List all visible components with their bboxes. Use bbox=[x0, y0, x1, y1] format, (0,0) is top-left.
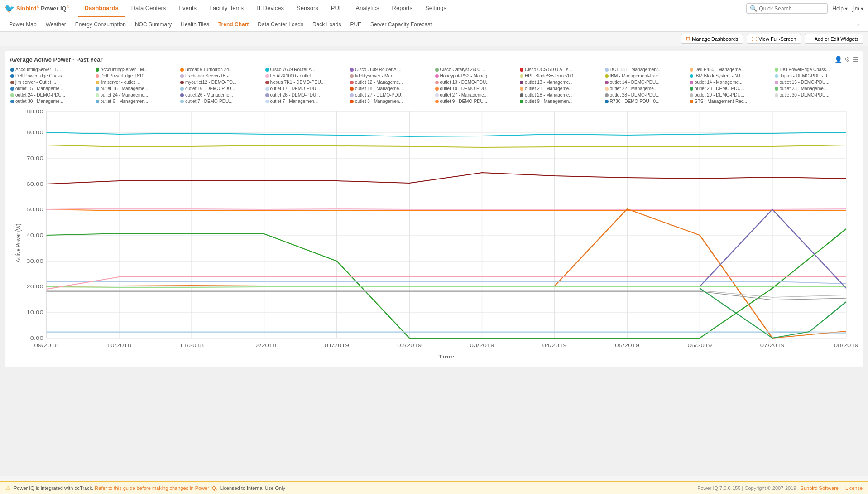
legend-item[interactable]: AccountingServer - D... bbox=[10, 67, 95, 73]
legend-item[interactable]: Dell PowerEdge Chass... bbox=[10, 73, 95, 79]
nav-it-devices[interactable]: IT Devices bbox=[250, 0, 290, 17]
legend-item[interactable]: outlet 12 - Manageme... bbox=[349, 79, 434, 85]
legend-item[interactable]: Cisco 7609 Router A ... bbox=[264, 67, 350, 73]
legend-item[interactable]: outlet 8 - Managemen... bbox=[349, 98, 434, 104]
subnav-arrow[interactable]: › bbox=[853, 21, 863, 28]
legend-item[interactable]: IBM BladeSystem - NJ... bbox=[689, 73, 774, 79]
add-edit-widgets-button[interactable]: + Add or Edit Widgets bbox=[805, 34, 863, 44]
legend-item[interactable]: ExchangeServer-1B -... bbox=[179, 73, 264, 79]
legend-item[interactable]: Dell PowerEdge T610 ... bbox=[95, 73, 180, 79]
legend-item[interactable]: outlet 22 - Manageme... bbox=[604, 86, 689, 92]
legend-item[interactable]: AccountingServer - M... bbox=[95, 67, 180, 73]
subnav-data-center-loads[interactable]: Data Center Loads bbox=[253, 17, 308, 32]
legend-item[interactable]: outlet 15 - DEMO-PDU... bbox=[774, 79, 859, 85]
legend-item[interactable]: Cisco 7609 Router A ... bbox=[349, 67, 434, 73]
legend-item[interactable]: IBM - Management-Rac... bbox=[604, 73, 689, 79]
legend-item[interactable]: outlet 27 - Manageme... bbox=[434, 92, 519, 98]
legend-item[interactable]: Brocade TurboIron 24... bbox=[179, 67, 264, 73]
legend-item[interactable]: outlet 13 - DEMO-PDU... bbox=[434, 79, 519, 85]
subnav-energy-consumption[interactable]: Energy Consumption bbox=[71, 17, 130, 32]
subnav-health-tiles[interactable]: Health Tiles bbox=[176, 17, 214, 32]
nav-data-centers[interactable]: Data Centers bbox=[125, 0, 173, 17]
legend-item[interactable]: jim server - Outlet ... bbox=[10, 79, 95, 85]
help-button[interactable]: Help ▾ bbox=[832, 5, 848, 12]
legend-item[interactable]: outlet 19 - DEMO-PDU... bbox=[434, 86, 519, 92]
subnav-server-capacity[interactable]: Server Capacity Forecast bbox=[366, 17, 436, 32]
nav-dashboards[interactable]: Dashboards bbox=[78, 0, 125, 17]
legend-item[interactable]: Nexus 7K1 - DEMO-PDU... bbox=[264, 79, 350, 85]
legend-item[interactable]: Dell E450 - Manageme... bbox=[689, 67, 774, 73]
legend-item[interactable]: F5 ARX1000 - outlet ... bbox=[264, 73, 350, 79]
subnav-weather[interactable]: Weather bbox=[41, 17, 71, 32]
legend-item[interactable]: Cisco UCS 5100 A - s... bbox=[519, 67, 604, 73]
subnav-power-map[interactable]: Power Map bbox=[5, 17, 41, 32]
manage-dashboards-button[interactable]: ⊞ Manage Dashboards bbox=[681, 34, 743, 44]
legend-item[interactable]: outlet 24 - DEMO-PDU... bbox=[10, 92, 95, 98]
legend-item[interactable]: outlet 26 - DEMO-PDU... bbox=[264, 92, 350, 98]
legend-item[interactable]: outlet 28 - Manageme... bbox=[519, 92, 604, 98]
search-input[interactable] bbox=[759, 5, 822, 12]
legend-item[interactable]: outlet 16 - Manageme... bbox=[95, 86, 180, 92]
subnav-rack-loads[interactable]: Rack Loads bbox=[308, 17, 345, 32]
legend-item[interactable]: DCT.131 - Management... bbox=[604, 67, 689, 73]
user-menu[interactable]: jim ▾ bbox=[852, 5, 863, 12]
legend-label: outlet 28 - Manageme... bbox=[525, 92, 573, 97]
search-box[interactable]: 🔍 bbox=[746, 3, 828, 14]
legend-item[interactable]: outlet 24 - Manageme... bbox=[95, 92, 180, 98]
view-fullscreen-button[interactable]: ⛶ View Full-Screen bbox=[747, 34, 801, 44]
nav-pue[interactable]: PUE bbox=[325, 0, 350, 17]
legend-item[interactable]: outlet 30 - Manageme... bbox=[10, 98, 95, 104]
legend-item[interactable]: outlet 26 - Manageme... bbox=[179, 92, 264, 98]
legend-label: outlet 24 - DEMO-PDU... bbox=[15, 92, 65, 97]
legend-item[interactable]: outlet 16 - DEMO-PDU... bbox=[179, 86, 264, 92]
chart-person-icon[interactable]: 👤 bbox=[834, 56, 842, 63]
chart-settings-icon[interactable]: ⚙ bbox=[844, 56, 850, 63]
nav-analytics[interactable]: Analytics bbox=[350, 0, 386, 17]
legend-item[interactable]: outlet 14 - DEMO-PDU... bbox=[604, 79, 689, 85]
legend-item[interactable]: outlet 15 - Manageme... bbox=[10, 86, 95, 92]
legend-color bbox=[265, 81, 269, 84]
nav-sensors[interactable]: Sensors bbox=[290, 0, 325, 17]
legend-item[interactable]: Cisco Catalyst 2600 ... bbox=[434, 67, 519, 73]
nav-right: 🔍 Help ▾ jim ▾ bbox=[746, 3, 863, 14]
legend-item[interactable]: outlet 17 - DEMO-PDU... bbox=[264, 86, 350, 92]
legend-item[interactable]: outlet 21 - Manageme... bbox=[519, 86, 604, 92]
legend-item[interactable]: outlet 27 - DEMO-PDU... bbox=[349, 92, 434, 98]
nav-settings[interactable]: Settings bbox=[419, 0, 453, 17]
chart-area[interactable]: .grid-line { stroke: #e0e0e0; stroke-wid… bbox=[10, 107, 858, 362]
nav-facility-items[interactable]: Facility Items bbox=[203, 0, 250, 17]
legend-label: outlet 27 - DEMO-PDU... bbox=[355, 92, 405, 97]
legend-label: outlet 9 - Managemen... bbox=[525, 99, 573, 104]
subnav-trend-chart[interactable]: Trend Chart bbox=[214, 17, 253, 32]
legend-item[interactable]: myoutlet12 - DEMO-PD... bbox=[179, 79, 264, 85]
legend-item[interactable]: outlet 28 - DEMO-PDU... bbox=[604, 92, 689, 98]
subnav-pue[interactable]: PUE bbox=[345, 17, 366, 32]
legend-item[interactable]: outlet 29 - DEMO-PDU... bbox=[689, 92, 774, 98]
nav-events[interactable]: Events bbox=[172, 0, 203, 17]
legend-item[interactable]: Japan - DEMO-PDU - 0... bbox=[774, 73, 859, 79]
legend-item[interactable]: STS - Management-Rac... bbox=[689, 98, 774, 104]
chart-menu-icon[interactable]: ☰ bbox=[853, 56, 858, 63]
legend-item[interactable]: fidelityserver - Man... bbox=[349, 73, 434, 79]
nav-reports[interactable]: Reports bbox=[386, 0, 419, 17]
legend-item[interactable]: outlet 13 - Manageme... bbox=[519, 79, 604, 85]
legend-item[interactable]: outlet 23 - Manageme... bbox=[774, 86, 859, 92]
legend-item[interactable]: jim server - outlet ... bbox=[95, 79, 180, 85]
svg-text:0.00: 0.00 bbox=[30, 335, 43, 341]
legend-item[interactable]: R730 - DEMO-PDU - 0... bbox=[604, 98, 689, 104]
legend-item[interactable]: Dell PowerEdge Chass... bbox=[774, 67, 859, 73]
legend-item[interactable]: outlet 7 - DEMO-PDU... bbox=[179, 98, 264, 104]
subnav-noc-summary[interactable]: NOC Summary bbox=[130, 17, 176, 32]
chart-title: Average Active Power - Past Year bbox=[10, 56, 102, 63]
chart-controls[interactable]: 👤 ⚙ ☰ bbox=[834, 56, 858, 63]
legend-item[interactable]: Honeypot-PS2 - Manag... bbox=[434, 73, 519, 79]
legend-item[interactable]: outlet 30 - DEMO-PDU... bbox=[774, 92, 859, 98]
legend-item[interactable]: outlet 7 - Managemen... bbox=[264, 98, 350, 104]
legend-item[interactable]: outlet 9 - Managemen... bbox=[519, 98, 604, 104]
legend-item[interactable]: outlet 18 - Manageme... bbox=[349, 86, 434, 92]
legend-item[interactable]: outlet 14 - Manageme... bbox=[689, 79, 774, 85]
legend-item[interactable]: outlet 23 - DEMO-PDU... bbox=[689, 86, 774, 92]
legend-item[interactable]: outlet 9 - DEMO-PDU ... bbox=[434, 98, 519, 104]
legend-item[interactable]: outlet 6 - Managemen... bbox=[95, 98, 180, 104]
legend-item[interactable]: HPE BladeSystem c700... bbox=[519, 73, 604, 79]
